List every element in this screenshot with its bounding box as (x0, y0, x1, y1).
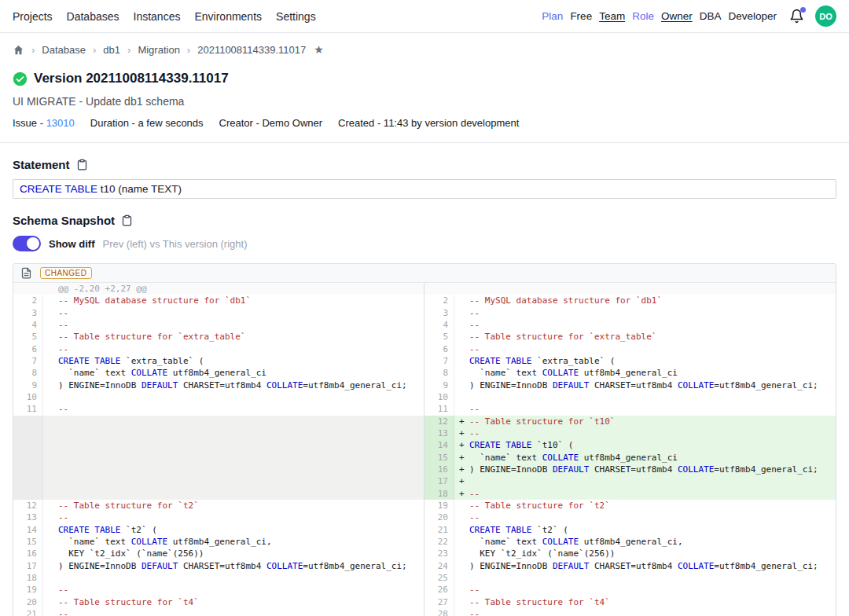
diff-line: 4-- (13, 319, 424, 331)
nav-item-settings[interactable]: Settings (276, 10, 316, 23)
text-segment: utf8mb4_general_ci (579, 453, 678, 463)
text-segment: utf8mb4_general_ci, (167, 537, 271, 547)
diff-line: 21-- (13, 608, 424, 616)
text-segment: COLLATE (678, 561, 714, 571)
diff-line-prefix: + (454, 475, 469, 487)
diff-line-code: -- Table structure for `extra_table` (58, 331, 245, 343)
text-segment: -- (469, 489, 480, 499)
text-segment: `name` text (58, 368, 131, 378)
diff-line-number: 17 (13, 560, 43, 572)
diff-line-prefix (43, 548, 58, 559)
diff-line-code: KEY `t2_idx` (`name`(256)) (58, 548, 204, 559)
diff-line-number: 18 (424, 488, 454, 500)
copy-statement-button[interactable] (76, 159, 88, 170)
diff-line-number: 21 (424, 524, 454, 536)
diff-line-code: KEY `t2_idx` (`name`(256)) (469, 548, 615, 559)
text-segment: `name` text (469, 537, 542, 547)
diff-line-code: -- (469, 307, 480, 319)
diff-line-number: 16 (13, 548, 43, 559)
meta-item: Duration - a few seconds (90, 117, 204, 129)
diff-line-number: 15 (13, 536, 43, 548)
diff-line-number: 20 (424, 512, 454, 523)
toggle-hint: Prev (left) vs This version (right) (103, 238, 248, 250)
diff-line: 3-- (424, 307, 836, 319)
diff-line-prefix (454, 548, 469, 559)
diff-line-prefix (43, 403, 58, 415)
diff-line: 20-- (424, 512, 836, 523)
copy-snapshot-button[interactable] (121, 214, 133, 226)
text-segment: =utf8mb4_general_ci; (714, 561, 818, 571)
diff-line: 15 `name` text COLLATE utf8mb4_general_c… (13, 536, 424, 548)
version-subtitle: UI MIGRATE - Update db1 schema (13, 95, 836, 108)
primary-nav: ProjectsDatabasesInstancesEnvironmentsSe… (13, 10, 316, 23)
diff-line-prefix (43, 331, 58, 343)
changed-badge: CHANGED (40, 267, 92, 279)
issue-link[interactable]: 13010 (46, 117, 75, 129)
bookmark-star-icon[interactable]: ★ (314, 43, 324, 56)
diff-line-code: -- (58, 512, 68, 523)
diff-body: @@ -2,20 +2,27 @@2-- MySQL database stru… (13, 283, 836, 616)
nav-item-instances[interactable]: Instances (134, 10, 181, 23)
diff-line: 26-- (424, 584, 836, 596)
diff-line-number: 2 (424, 295, 454, 306)
breadcrumb-items: ›Database›db1›Migration›20211008114339.1… (31, 44, 306, 56)
text-segment: ) ENGINE=InnoDB (58, 380, 142, 390)
text-segment: -- (58, 585, 68, 595)
text-segment: -- (469, 308, 480, 318)
diff-line-code: -- (469, 584, 480, 596)
diff-line: 19-- Table structure for `t2` (424, 500, 836, 512)
diff-line-number: 11 (424, 403, 454, 415)
diff-line-prefix (454, 355, 469, 367)
diff-line-code: -- (58, 319, 68, 331)
breadcrumb-item[interactable]: Migration (138, 44, 179, 56)
diff-line-prefix (454, 524, 469, 536)
top-nav-right: PlanFreeTeamRoleOwnerDBADeveloper DO (542, 6, 836, 27)
diff-line-prefix (43, 367, 58, 379)
diff-line: 9) ENGINE=InnoDB DEFAULT CHARSET=utf8mb4… (424, 380, 836, 391)
avatar[interactable]: DO (815, 6, 836, 27)
diff-line: 3-- (13, 307, 424, 319)
notification-bell[interactable] (789, 9, 804, 24)
diff-line-prefix (43, 319, 58, 331)
text-segment: DEFAULT (142, 561, 178, 571)
diff-line-number: 4 (13, 319, 43, 331)
diff-line-prefix (454, 584, 469, 596)
text-segment: CREATE TABLE (469, 440, 531, 450)
diff-line-prefix: + (454, 452, 469, 464)
plan-link-free: Free (570, 10, 592, 22)
text-segment: -- (58, 344, 68, 354)
diff-line-code: CREATE TABLE `t2` ( (469, 524, 568, 536)
nav-item-projects[interactable]: Projects (13, 10, 53, 23)
text-segment: utf8mb4_general_ci, (579, 537, 682, 547)
plan-link-team[interactable]: Team (599, 10, 625, 22)
nav-item-databases[interactable]: Databases (67, 10, 119, 23)
diff-line-number: 16 (424, 464, 454, 475)
file-icon (20, 267, 32, 279)
plan-link-owner[interactable]: Owner (661, 10, 693, 22)
diff-line-number: 14 (13, 524, 43, 536)
diff-line-number: 9 (13, 380, 43, 391)
breadcrumb-item[interactable]: db1 (103, 44, 120, 56)
diff-line: 14+CREATE TABLE `t10` ( (424, 439, 836, 451)
diff-line-code: -- (469, 427, 480, 439)
show-diff-toggle[interactable] (13, 236, 41, 251)
diff-line-prefix: + (454, 439, 469, 451)
diff-line-code: ) ENGINE=InnoDB DEFAULT CHARSET=utf8mb4 … (469, 380, 818, 391)
diff-line: 13-- (13, 512, 424, 523)
diff-line-code: -- (58, 307, 68, 319)
text-segment: CREATE TABLE (58, 356, 120, 366)
plan-link-developer: Developer (728, 10, 777, 22)
diff-header: CHANGED (13, 264, 836, 283)
diff-line-number: 10 (424, 391, 454, 403)
home-icon[interactable] (13, 44, 24, 56)
text-segment: -- (469, 404, 480, 414)
diff-line-prefix (454, 380, 469, 391)
diff-line-number: 27 (424, 596, 454, 608)
nav-item-environments[interactable]: Environments (194, 10, 262, 23)
page-title: Version 20211008114339.11017 (34, 71, 229, 86)
breadcrumb-item[interactable]: Database (42, 44, 86, 56)
diff-line-code: `name` text COLLATE utf8mb4_general_ci, (469, 536, 683, 548)
text-segment: Issue - (13, 117, 46, 129)
breadcrumb-item[interactable]: 20211008114339.11017 (197, 44, 306, 56)
diff-line: 18 (13, 572, 424, 584)
